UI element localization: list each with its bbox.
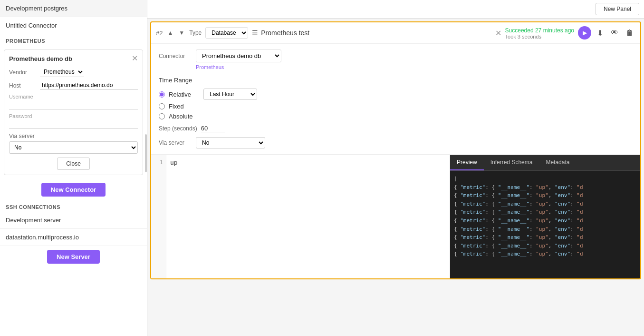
- delete-connector-icon[interactable]: ✕: [132, 55, 138, 62]
- new-connector-container: New Connector: [0, 179, 147, 200]
- ssh-item-dev-server[interactable]: Development server: [0, 212, 147, 229]
- new-server-container: New Server: [0, 246, 147, 267]
- status-succeeded: Succeeded 27 minutes ago: [505, 27, 574, 34]
- panel: #2 ▲ ▼ Type Database HTTP File Program ☰…: [150, 21, 641, 279]
- json-line-0: { "metric": { "__name__": "up", "env": "…: [454, 183, 636, 192]
- type-select[interactable]: Database HTTP File Program: [205, 27, 248, 39]
- json-line-6: { "metric": { "__name__": "up", "env": "…: [454, 233, 636, 242]
- config-section: Connector Prometheus demo db Prometheus …: [151, 44, 640, 155]
- time-range-section: Time Range Relative Last Hour Last 6 Hou…: [159, 77, 633, 120]
- panel-container: #2 ▲ ▼ Type Database HTTP File Program ☰…: [147, 19, 644, 336]
- panel-number: #2: [156, 30, 163, 37]
- relative-row: Relative Last Hour Last 6 Hours Last 24 …: [159, 89, 633, 100]
- editor-textarea[interactable]: up: [166, 155, 450, 278]
- panel-status: Succeeded 27 minutes ago Took 3 seconds …: [505, 26, 635, 40]
- json-line-3: { "metric": { "__name__": "up", "env": "…: [454, 208, 636, 217]
- via-server-group: Via server No: [9, 133, 138, 154]
- via-server-panel-select[interactable]: No Development server: [196, 137, 265, 148]
- connector-row: Connector Prometheus demo db: [159, 49, 633, 62]
- absolute-radio[interactable]: [159, 113, 165, 119]
- panel-title-area: ☰ ✕: [252, 29, 501, 38]
- run-button[interactable]: ▶: [578, 26, 591, 40]
- via-server-panel-label: Via server: [159, 139, 192, 146]
- sidebar-item-dev-postgres[interactable]: Development postgres: [0, 0, 147, 17]
- username-field: Username: [9, 94, 138, 109]
- sidebar-scrollbar[interactable]: [145, 134, 147, 172]
- json-line-7: { "metric": { "__name__": "up", "env": "…: [454, 242, 636, 250]
- ssh-section-label: SSH CONNECTIONS: [0, 200, 147, 212]
- top-bar: New Panel: [147, 0, 644, 19]
- line-numbers: 1: [151, 155, 166, 278]
- fixed-row: Fixed: [159, 103, 633, 110]
- download-button[interactable]: ⬇: [595, 28, 605, 39]
- tab-metadata[interactable]: Metadata: [539, 155, 576, 170]
- panel-close-button[interactable]: ✕: [495, 29, 501, 38]
- password-input[interactable]: [9, 120, 138, 129]
- status-text-block: Succeeded 27 minutes ago Took 3 seconds: [505, 27, 574, 40]
- password-label: Password: [9, 113, 138, 119]
- radio-group: Relative Last Hour Last 6 Hours Last 24 …: [159, 89, 633, 120]
- host-input[interactable]: [40, 81, 138, 90]
- close-button[interactable]: Close: [57, 158, 90, 170]
- vendor-row: Vendor Prometheus: [9, 67, 138, 77]
- step-row: Step (seconds): [159, 125, 633, 132]
- sidebar-item-untitled-connector[interactable]: Untitled Connector: [0, 17, 147, 34]
- via-server-select[interactable]: No: [9, 141, 138, 154]
- preview-tabs: Preview Inferred Schema Metadata: [450, 155, 640, 171]
- json-line-2: { "metric": { "__name__": "up", "env": "…: [454, 200, 636, 208]
- hide-button[interactable]: 👁: [609, 28, 620, 38]
- new-server-button[interactable]: New Server: [47, 250, 100, 264]
- username-input[interactable]: [9, 100, 138, 109]
- bottom-section: 1 up Preview Inferred Schema Metadata [ …: [151, 155, 640, 278]
- step-input[interactable]: [201, 125, 225, 132]
- preview-content: [ { "metric": { "__name__": "up", "env":…: [450, 171, 640, 278]
- host-row: Host: [9, 81, 138, 90]
- relative-label[interactable]: Relative: [169, 91, 200, 98]
- absolute-label[interactable]: Absolute: [169, 113, 200, 120]
- tab-inferred-schema[interactable]: Inferred Schema: [484, 155, 539, 170]
- connector-sub-label: Prometheus: [196, 64, 633, 70]
- json-line-5: { "metric": { "__name__": "up", "env": "…: [454, 225, 636, 234]
- vendor-label: Vendor: [9, 69, 40, 76]
- json-line-4: { "metric": { "__name__": "up", "env": "…: [454, 217, 636, 225]
- tab-preview[interactable]: Preview: [450, 155, 484, 170]
- delete-panel-button[interactable]: 🗑: [624, 28, 635, 38]
- panel-up-button[interactable]: ▲: [166, 30, 174, 36]
- status-sub: Took 3 seconds: [505, 34, 574, 40]
- connector-row-label: Connector: [159, 53, 192, 59]
- step-label: Step (seconds): [159, 125, 197, 132]
- via-server-label: Via server: [9, 133, 138, 139]
- hamburger-icon: ☰: [252, 29, 258, 37]
- new-panel-button[interactable]: New Panel: [596, 3, 639, 15]
- prometheus-section-label: Prometheus: [0, 34, 147, 46]
- time-select[interactable]: Last Hour Last 6 Hours Last 24 Hours Las…: [203, 89, 257, 100]
- password-field: Password: [9, 113, 138, 129]
- ssh-item-datastation[interactable]: datastation.multiprocess.io: [0, 229, 147, 246]
- sidebar: Development postgres Untitled Connector …: [0, 0, 147, 336]
- connector-dropdown[interactable]: Prometheus demo db: [196, 49, 281, 62]
- connector-card-header: Prometheus demo db ✕: [9, 55, 138, 62]
- preview-area: Preview Inferred Schema Metadata [ { "me…: [450, 155, 640, 278]
- absolute-row: Absolute: [159, 113, 633, 120]
- connector-card-title: Prometheus demo db: [9, 55, 72, 62]
- new-connector-button[interactable]: New Connector: [41, 183, 106, 197]
- json-open-bracket: [: [454, 175, 636, 183]
- username-label: Username: [9, 94, 138, 99]
- panel-body: Connector Prometheus demo db Prometheus …: [151, 44, 640, 278]
- panel-title-input[interactable]: [261, 29, 492, 37]
- panel-down-button[interactable]: ▼: [178, 30, 185, 36]
- time-range-title: Time Range: [159, 77, 633, 84]
- type-label: Type: [189, 30, 202, 36]
- vendor-select[interactable]: Prometheus: [40, 67, 84, 77]
- host-label: Host: [9, 82, 40, 89]
- panel-header: #2 ▲ ▼ Type Database HTTP File Program ☰…: [151, 22, 640, 44]
- main-area: New Panel #2 ▲ ▼ Type Database HTTP File…: [147, 0, 644, 336]
- relative-radio[interactable]: [159, 91, 165, 98]
- fixed-radio[interactable]: [159, 103, 165, 109]
- json-line-1: { "metric": { "__name__": "up", "env": "…: [454, 191, 636, 200]
- fixed-label[interactable]: Fixed: [169, 103, 200, 110]
- json-line-8: { "metric": { "__name__": "up", "env": "…: [454, 250, 636, 258]
- via-row: Via server No Development server: [159, 137, 633, 148]
- editor-area: 1 up: [151, 155, 450, 278]
- connector-card: Prometheus demo db ✕ Vendor Prometheus H…: [4, 49, 143, 175]
